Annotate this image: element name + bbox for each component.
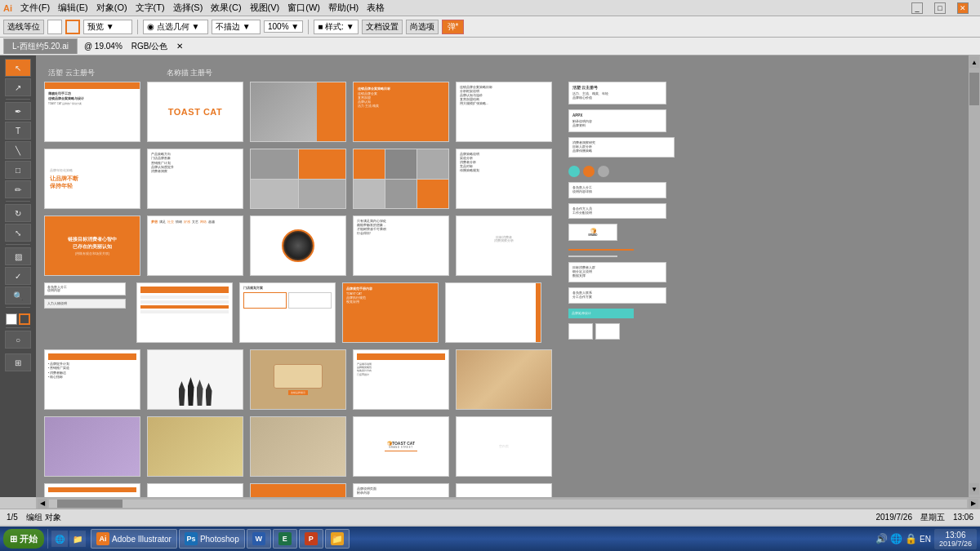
slide-32[interactable]: TOAST CAT: [250, 483, 346, 497]
fill-color[interactable]: [6, 313, 17, 325]
taskbar-ppt[interactable]: P: [299, 529, 323, 549]
slide-16[interactable]: [136, 282, 233, 343]
slide-23[interactable]: 产品展示说明品牌视觉规范包装设计方向门店VI设计: [353, 349, 449, 410]
tool-artboard[interactable]: ⊞: [5, 353, 31, 371]
slide-15[interactable]: 目标消费者消费洞察分析: [456, 216, 552, 276]
scroll-left-btn[interactable]: ◀: [38, 499, 47, 509]
slide-29[interactable]: 空白页: [456, 416, 552, 477]
menu-item-effect[interactable]: 效果(C): [211, 2, 241, 14]
quick-launch-explorer[interactable]: 📁: [69, 531, 86, 547]
menu-item-view[interactable]: 视图(V): [250, 2, 280, 14]
tool-type[interactable]: T: [5, 122, 31, 140]
color-swatch[interactable]: [47, 20, 62, 34]
menu-item-object[interactable]: 对象(O): [96, 2, 127, 14]
menu-item-select[interactable]: 选择(S): [173, 2, 203, 14]
slide-29-text: 空白页: [499, 445, 509, 448]
tool-eyedrop[interactable]: ✓: [5, 267, 31, 285]
tool-mode[interactable]: ◉ 点选几何 ▼: [143, 20, 208, 34]
options-btn[interactable]: 尚选项: [406, 20, 439, 34]
taskbar-excel[interactable]: E: [273, 529, 297, 549]
slide-11[interactable]: 链接目标消费者心智中已存在的美丽认知 (用既有观念和场景关联): [44, 216, 140, 276]
slide-21[interactable]: [147, 349, 243, 410]
tool-arrow[interactable]: ↖: [5, 59, 31, 77]
close-tab[interactable]: ✕: [173, 42, 186, 51]
menu-item-edit[interactable]: 编辑(E): [58, 2, 88, 14]
slide-20[interactable]: • 品牌提升计划• 营销推广渠道• 消费者触达• 核心指标: [44, 349, 140, 410]
slide-34[interactable]: Thanks! 感一感你的美丽认知: [456, 483, 552, 497]
menu-item-type[interactable]: 文字(T): [136, 2, 165, 14]
style-dropdown[interactable]: ■ 样式: ▼: [314, 20, 358, 34]
slide-8[interactable]: [250, 149, 346, 209]
tool-scale[interactable]: ⤡: [5, 224, 31, 242]
slide-19[interactable]: [445, 282, 541, 343]
tool-mode-normal[interactable]: ○: [5, 331, 31, 349]
slide-30[interactable]: [44, 483, 140, 497]
minimize-button[interactable]: _: [911, 2, 923, 14]
stroke-color[interactable]: [19, 313, 30, 325]
tool-gradient[interactable]: ▨: [5, 247, 31, 265]
tool-brush[interactable]: ✏: [5, 180, 31, 198]
stroke-swatch[interactable]: [65, 20, 80, 34]
scroll-up-btn[interactable]: ▲: [969, 56, 979, 68]
scroll-down-btn[interactable]: ▼: [969, 483, 979, 495]
scroll-right-btn[interactable]: ▶: [969, 499, 978, 509]
quick-launch-ie[interactable]: 🌐: [51, 531, 68, 547]
canvas-area[interactable]: 活塑 云主册号 名称描 主册号: [36, 56, 969, 497]
menu-item-file[interactable]: 文件(F): [20, 2, 50, 14]
slide-4[interactable]: 连锁品牌全案策略目标 连锁品牌全案直营加盟品牌认知活力 主流 精英: [353, 82, 449, 142]
doc-settings-btn[interactable]: 文档设置: [362, 20, 403, 34]
hscroll-thumb[interactable]: [57, 500, 122, 508]
expand-btn[interactable]: 弹*: [442, 20, 465, 34]
slide-24[interactable]: [456, 349, 552, 410]
slide-18[interactable]: 品牌规范手册内容 TOAST CAT品牌执行规范视觉应用: [342, 282, 439, 343]
tool-rect[interactable]: □: [5, 161, 31, 179]
size-field[interactable]: 100% ▼: [264, 20, 303, 33]
tool-select[interactable]: 选线等位: [3, 20, 44, 34]
horizontal-scrollbar[interactable]: ◀ ▶: [36, 497, 980, 509]
slide-10[interactable]: 品牌策略说明渠道分析消费者分析竞品对标传播策略规划: [456, 149, 552, 209]
slide-17[interactable]: 门店规划方案: [239, 282, 336, 343]
menu-item-window[interactable]: 窗口(W): [287, 2, 320, 14]
maximize-button[interactable]: □: [934, 2, 946, 14]
scroll-thumb[interactable]: [969, 73, 979, 105]
slide-26[interactable]: [147, 416, 243, 477]
start-button[interactable]: ⊞ 开始: [3, 529, 44, 549]
close-button[interactable]: ✕: [957, 2, 969, 14]
slide-3[interactable]: [250, 82, 346, 142]
slide-33[interactable]: 品牌说明页面附录内容: [353, 483, 449, 497]
taskbar-word[interactable]: W: [247, 529, 271, 549]
view-dropdown[interactable]: 预览 ▼: [83, 20, 132, 34]
slide-13[interactable]: [250, 216, 346, 276]
slide-6[interactable]: 品牌年轻化策略 让品牌不断保持年轻: [44, 149, 140, 209]
slide-28[interactable]: 🍞TOAST CAT BRAND STREET: [353, 416, 449, 477]
stroke-type[interactable]: 不描边 ▼: [212, 20, 261, 34]
tool-pen[interactable]: ✒: [5, 102, 31, 120]
slide-14[interactable]: 只有满足我内心深处颇能带触发的想象，才能树荣凑千可乘积行会得目!: [353, 216, 449, 276]
slide-1[interactable]: 薄脆吐司手工坊连锁品牌全案策略与设计 TOAST CAT品牌推广策划方案: [44, 82, 140, 142]
tool-zoom[interactable]: 🔍: [5, 287, 31, 304]
slide-9-cell-6: [417, 180, 448, 209]
slide-2[interactable]: TOAST CAT: [147, 82, 243, 142]
vertical-scrollbar[interactable]: ▲ ▼: [969, 56, 980, 497]
tab-current-file[interactable]: L-西纽约5.20.ai: [3, 38, 78, 54]
slide-22-content: 连锁品牌展示: [251, 350, 345, 409]
slide-31[interactable]: 🍞TOAST CAT: [147, 483, 243, 497]
status-day: 星期五: [920, 512, 945, 523]
slide-12[interactable]: 梦想 满足 社交 情绪 好感 文艺 网络 超越: [147, 216, 243, 276]
taskbar-folder[interactable]: 📁: [325, 529, 350, 549]
tool-direct-select[interactable]: ↗: [5, 78, 31, 96]
slide-5[interactable]: 连锁品牌全案策略目标分析框架说明品牌认知与溢价直营加盟结构用大规模扩张策略...: [456, 82, 552, 142]
slide-27[interactable]: [250, 416, 346, 477]
menu-item-help[interactable]: 帮助(H): [328, 2, 359, 14]
slide-25[interactable]: [44, 416, 140, 477]
slide-22[interactable]: 连锁品牌展示: [250, 349, 346, 410]
taskbar-ai[interactable]: Ai Adobe Illustrator: [91, 529, 177, 549]
slide-7[interactable]: 产品策略方向门店品牌形象营销推广计划品牌认知度提升消费者洞察: [147, 149, 243, 209]
tool-rotate[interactable]: ↻: [5, 204, 31, 222]
slide-row-7: 🍞TOAST CAT TOAST CAT: [44, 483, 552, 497]
menu-item-table[interactable]: 表格: [367, 2, 385, 14]
slide-9[interactable]: [353, 149, 449, 209]
tool-line[interactable]: ╲: [5, 141, 31, 159]
taskbar-ps[interactable]: Ps Photoshop: [179, 529, 245, 549]
slide-12-word-6: 文艺: [192, 220, 198, 224]
